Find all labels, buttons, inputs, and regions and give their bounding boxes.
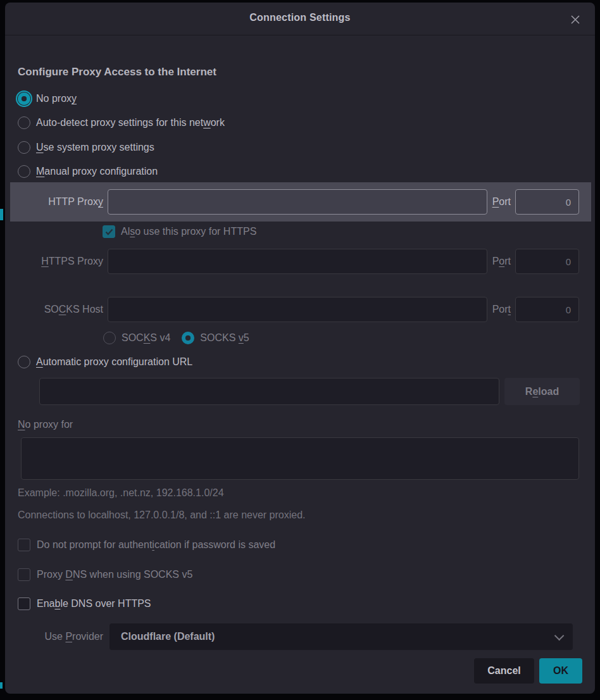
socks-host-row: SOCKS Host Port — [5, 297, 595, 322]
enable-doh-checkbox[interactable] — [18, 597, 30, 610]
provider-dropdown[interactable]: Cloudflare (Default) — [109, 623, 573, 650]
radio-row-no-proxy[interactable]: No proxy — [5, 87, 595, 110]
reload-button[interactable]: Reload — [504, 378, 580, 405]
connection-settings-dialog: Connection Settings Configure Proxy Acce… — [5, 3, 595, 694]
http-port-input[interactable] — [515, 189, 579, 215]
https-port-label: Port — [492, 256, 511, 267]
http-port-label: Port — [492, 196, 511, 208]
socks-port-label: Port — [492, 304, 511, 315]
provider-row: Use Provider Cloudflare (Default) — [5, 623, 595, 650]
http-proxy-label: HTTP Proxy — [18, 196, 103, 208]
chevron-down-icon — [554, 630, 565, 641]
no-prompt-auth-checkbox[interactable] — [18, 539, 30, 551]
https-port-input[interactable] — [515, 249, 579, 274]
http-proxy-input[interactable] — [108, 189, 487, 215]
ok-button[interactable]: OK — [539, 658, 582, 684]
radio-socks-v4[interactable] — [103, 332, 116, 344]
radio-manual-proxy[interactable] — [18, 165, 30, 178]
no-proxy-note-text: Connections to localhost, 127.0.0.1/8, a… — [18, 509, 306, 521]
https-proxy-input[interactable] — [108, 249, 487, 274]
socks-v4-label: SOCKS v4 — [122, 332, 170, 344]
no-prompt-auth-row[interactable]: Do not prompt for authentication if pass… — [5, 534, 595, 556]
no-prompt-auth-label: Do not prompt for authentication if pass… — [37, 539, 275, 551]
provider-selected-value: Cloudflare (Default) — [121, 631, 554, 642]
radio-auto-detect[interactable] — [18, 116, 30, 129]
no-proxy-for-label: No proxy for — [18, 419, 73, 430]
radio-socks-v5[interactable] — [182, 332, 194, 344]
auto-config-url-row: Reload — [5, 378, 595, 405]
radio-label: Auto-detect proxy settings for this netw… — [36, 117, 225, 128]
page-title: Configure Proxy Access to the Internet — [18, 66, 216, 78]
radio-row-manual-proxy[interactable]: Manual proxy configuration — [5, 160, 595, 183]
radio-row-auto-config-url[interactable]: Automatic proxy configuration URL — [5, 351, 595, 373]
radio-label: Use system proxy settings — [36, 142, 154, 153]
radio-row-auto-detect[interactable]: Auto-detect proxy settings for this netw… — [5, 111, 595, 134]
proxy-dns-socks5-row[interactable]: Proxy DNS when using SOCKS v5 — [5, 563, 595, 586]
proxy-dns-socks5-checkbox[interactable] — [18, 568, 30, 581]
dialog-title: Connection Settings — [5, 12, 595, 23]
also-https-row[interactable]: Also use this proxy for HTTPS — [5, 219, 595, 244]
also-https-label: Also use this proxy for HTTPS — [121, 226, 256, 237]
radio-auto-config-url[interactable] — [18, 356, 30, 368]
footer-button-row: Cancel OK — [5, 658, 595, 684]
socks-version-row: SOCKS v4 SOCKS v5 — [5, 327, 595, 349]
radio-no-proxy[interactable] — [18, 92, 30, 105]
enable-doh-row[interactable]: Enable DNS over HTTPS — [5, 592, 595, 615]
radio-row-system-proxy[interactable]: Use system proxy settings — [5, 136, 595, 159]
close-button[interactable] — [567, 11, 584, 28]
socks-host-label: SOCKS Host — [18, 304, 103, 315]
provider-label: Use Provider — [18, 631, 103, 642]
proxy-dns-socks5-label: Proxy DNS when using SOCKS v5 — [37, 569, 192, 580]
enable-doh-label: Enable DNS over HTTPS — [37, 598, 151, 609]
radio-label: Manual proxy configuration — [36, 166, 158, 177]
cancel-button[interactable]: Cancel — [474, 658, 534, 684]
also-https-checkbox[interactable] — [103, 225, 115, 238]
no-proxy-for-row: No proxy for — [5, 413, 595, 436]
checkmark-icon — [105, 228, 113, 235]
radio-label: No proxy — [36, 93, 77, 104]
dialog-titlebar: Connection Settings — [5, 3, 595, 35]
background-artifact — [0, 209, 3, 220]
socks-port-input[interactable] — [515, 297, 579, 322]
no-proxy-example-text: Example: .mozilla.org, .net.nz, 192.168.… — [18, 487, 224, 499]
https-proxy-label: HTTPS Proxy — [18, 256, 103, 267]
radio-system-proxy[interactable] — [18, 141, 30, 154]
https-proxy-row: HTTPS Proxy Port — [5, 249, 595, 274]
auto-config-url-input[interactable] — [39, 378, 499, 405]
background-artifact — [0, 682, 3, 689]
close-icon — [570, 15, 580, 25]
socks-v5-label: SOCKS v5 — [200, 332, 249, 344]
socks-host-input[interactable] — [108, 297, 487, 322]
http-proxy-row-highlight: HTTP Proxy Port — [10, 182, 591, 222]
auto-config-label: Automatic proxy configuration URL — [36, 356, 192, 368]
no-proxy-for-textarea[interactable] — [21, 437, 579, 480]
